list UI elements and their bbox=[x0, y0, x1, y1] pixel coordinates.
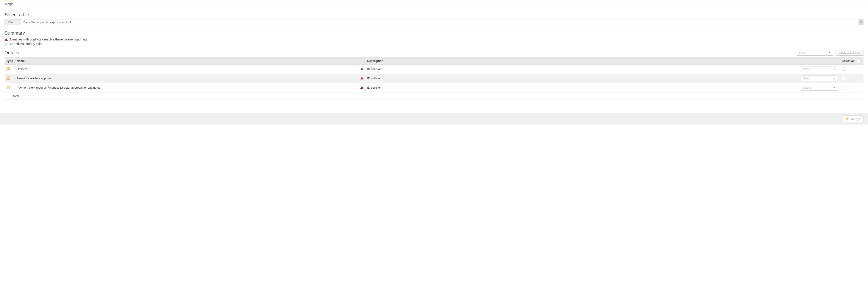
row-name: Payment clerk requires Financial Directo… bbox=[15, 83, 359, 92]
warning-icon bbox=[360, 67, 364, 71]
tab-bar: Merge bbox=[0, 0, 868, 7]
row-description: ID collision bbox=[365, 83, 799, 92]
merge-button[interactable]: Merge bbox=[843, 115, 864, 122]
merge-icon bbox=[846, 117, 849, 120]
bulk-action-placeholder: Select bbox=[799, 51, 806, 54]
document-icon bbox=[6, 85, 10, 89]
checklist-icon bbox=[6, 76, 10, 80]
existing-text: entities already exist bbox=[13, 42, 42, 46]
chevron-down-icon: ▼ bbox=[833, 68, 835, 70]
warning-icon bbox=[360, 86, 364, 89]
col-header-name: Name bbox=[15, 58, 359, 65]
table-total: 3 total bbox=[4, 93, 864, 100]
conflict-count: 3 bbox=[10, 38, 11, 41]
svg-rect-6 bbox=[7, 77, 10, 80]
chevron-down-icon: ▼ bbox=[833, 86, 835, 89]
summary-heading: Summary bbox=[4, 30, 864, 36]
chevron-down-icon: ▼ bbox=[833, 77, 835, 80]
tab-merge[interactable]: Merge bbox=[4, 1, 15, 7]
warning-icon bbox=[360, 76, 364, 80]
row-action-placeholder: Select bbox=[803, 77, 810, 80]
conflict-text: entities with conflicts - resolve these … bbox=[12, 38, 88, 41]
warning-icon bbox=[4, 38, 8, 41]
message-icon bbox=[6, 67, 10, 71]
row-description: ID collision bbox=[365, 74, 799, 83]
row-action-placeholder: Select bbox=[803, 68, 810, 71]
row-checkbox[interactable] bbox=[842, 77, 845, 80]
summary-existing-line: ✔ 17 entities already exist bbox=[4, 42, 864, 46]
svg-rect-1 bbox=[6, 40, 6, 40]
existing-count: 17 bbox=[9, 42, 13, 46]
col-header-select-all: Select all bbox=[842, 59, 855, 63]
row-description: ID collision bbox=[365, 64, 799, 74]
file-input[interactable]: Bank Demo_partial_export.snapshot bbox=[21, 19, 857, 25]
table-row: Payment clerk requires Financial Directo… bbox=[4, 83, 864, 92]
bottom-bar: Merge bbox=[0, 113, 868, 124]
chevron-down-icon: ▼ bbox=[829, 51, 831, 54]
table-row: Untitled ID collision Select ▼ bbox=[4, 64, 864, 74]
svg-rect-0 bbox=[6, 39, 6, 40]
details-table: Type Name Description Select all Untitle… bbox=[4, 58, 864, 93]
close-icon: ✕ bbox=[860, 21, 862, 24]
merge-button-label: Merge bbox=[851, 117, 860, 121]
row-name: Permit if clerk has approval bbox=[15, 74, 359, 83]
row-action-placeholder: Select bbox=[803, 86, 810, 89]
row-name: Untitled bbox=[15, 64, 359, 74]
col-header-type: Type bbox=[4, 58, 15, 65]
details-heading: Details bbox=[4, 50, 19, 56]
file-clear-button[interactable]: ✕ bbox=[859, 19, 864, 25]
row-action-select[interactable]: Select ▼ bbox=[801, 75, 837, 81]
select-all-checkbox[interactable] bbox=[857, 60, 860, 63]
check-icon: ✔ bbox=[4, 42, 7, 46]
summary-conflicts-line: 3 entities with conflicts - resolve thes… bbox=[4, 38, 864, 41]
col-header-description: Description bbox=[365, 58, 799, 65]
row-action-select[interactable]: Select ▼ bbox=[801, 66, 837, 72]
file-label: File bbox=[4, 19, 21, 25]
select-file-heading: Select a file bbox=[4, 12, 864, 17]
bulk-action-select[interactable]: Select ▼ bbox=[797, 50, 833, 56]
table-row: Permit if clerk has approval ID collisio… bbox=[4, 74, 864, 83]
apply-to-selected-button[interactable]: Apply to Selected bbox=[837, 50, 864, 56]
row-checkbox[interactable] bbox=[842, 86, 845, 89]
row-action-select[interactable]: Select ▼ bbox=[801, 85, 837, 91]
row-checkbox[interactable] bbox=[842, 68, 845, 71]
